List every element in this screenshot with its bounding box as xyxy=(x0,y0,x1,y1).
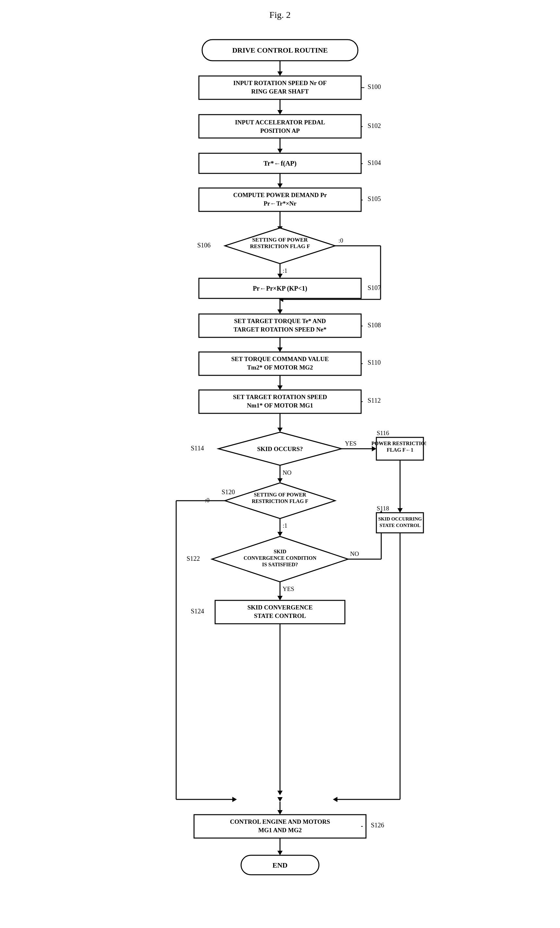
s106-branch1: :1 xyxy=(283,267,288,274)
s122-step: S122 xyxy=(187,555,200,562)
svg-marker-8 xyxy=(277,183,283,188)
s122-yes: YES xyxy=(283,585,294,592)
s105-step: S105 xyxy=(368,195,381,202)
svg-marker-43 xyxy=(333,797,338,802)
s120-step: S120 xyxy=(222,488,235,496)
s100-label-line2: RING GEAR SHAFT xyxy=(251,88,309,95)
svg-marker-25 xyxy=(277,427,283,432)
s110-label-line2: Tm2* OF MOTOR MG2 xyxy=(247,364,313,371)
s112-label-line1: SET TARGET ROTATION SPEED xyxy=(233,394,327,400)
figure-title: Fig. 2 xyxy=(269,10,291,20)
svg-marker-19 xyxy=(277,310,283,314)
s100-step: S100 xyxy=(368,83,381,90)
svg-marker-48 xyxy=(277,797,283,802)
s116-step: S116 xyxy=(377,430,389,437)
svg-marker-35 xyxy=(232,797,237,802)
s106-label-line2: RESTRICTION FLAG F xyxy=(250,243,310,249)
svg-marker-23 xyxy=(277,385,283,390)
s122-no: NO xyxy=(350,550,359,557)
s106-step: S106 xyxy=(197,241,211,249)
s102-step: S102 xyxy=(368,122,381,129)
s124-step: S124 xyxy=(191,607,204,615)
s106-label-line1: SETTING OF POWER xyxy=(252,237,308,243)
s104-label: Tr*←f(AP) xyxy=(263,159,297,167)
end-label: END xyxy=(272,861,288,869)
s105-label-line1: COMPUTE POWER DEMAND Pr xyxy=(233,192,327,198)
svg-marker-6 xyxy=(277,149,283,153)
svg-marker-1 xyxy=(277,72,283,76)
s126-step: S126 xyxy=(371,821,384,829)
s105-label-line2: Pr←Tr*×Nr xyxy=(263,200,297,207)
svg-marker-27 xyxy=(372,446,376,451)
s114-step: S114 xyxy=(191,444,204,452)
s114-label: SKID OCCURS? xyxy=(257,446,303,452)
s107-label: Pr←Pr×KP (KP<1) xyxy=(253,285,307,292)
s122-label-line1: SKID xyxy=(274,549,286,554)
s120-label-line1: SETTING OF POWER xyxy=(254,492,306,498)
svg-marker-50 xyxy=(277,810,283,815)
s112-step: S112 xyxy=(368,397,380,404)
s116-label-line2: FLAG F←1 xyxy=(387,447,413,453)
svg-marker-52 xyxy=(277,851,283,855)
s114-yes: YES xyxy=(345,440,356,447)
s104-step: S104 xyxy=(368,159,381,166)
s112-label-line2: Nm1* OF MOTOR MG1 xyxy=(247,402,313,409)
svg-marker-16 xyxy=(277,274,283,278)
s102-label-line2: POSITION AP xyxy=(260,127,300,134)
s124-label-line1: SKID CONVERGENCE xyxy=(247,604,312,611)
start-label: DRIVE CONTROL ROUTINE xyxy=(232,46,328,54)
s108-label-line2: TARGET ROTATION SPEED Ne* xyxy=(234,326,326,333)
s110-step: S110 xyxy=(368,359,380,366)
s108-label-line1: SET TARGET TORQUE Te* AND xyxy=(234,317,326,324)
s126-label-line1: CONTROL ENGINE AND MOTORS xyxy=(230,818,330,825)
s124-label-line2: STATE CONTROL xyxy=(254,612,306,619)
s100-label-line1: INPUT ROTATION SPEED Nr OF xyxy=(233,79,327,86)
s107-step: S107 xyxy=(368,284,381,291)
s118-step: S118 xyxy=(377,505,389,512)
svg-marker-29 xyxy=(397,508,403,513)
s126-label-line2: MG1 AND MG2 xyxy=(258,827,302,833)
s106-branch0: :0 xyxy=(338,237,343,244)
s118-label-line1: SKID OCCURRING xyxy=(378,516,422,522)
s116-label-line1: POWER RESTRICTION xyxy=(371,441,426,446)
s108-step: S108 xyxy=(368,322,381,328)
s114-no: NO xyxy=(283,469,291,476)
s122-label-line3: IS SATISFIED? xyxy=(262,562,298,567)
svg-marker-47 xyxy=(277,791,283,795)
svg-marker-37 xyxy=(277,532,283,536)
svg-marker-21 xyxy=(277,347,283,352)
s120-branch1: :1 xyxy=(283,522,288,529)
svg-marker-4 xyxy=(277,110,283,114)
svg-marker-31 xyxy=(277,478,283,483)
s102-label-line1: INPUT ACCELERATOR PEDAL xyxy=(235,119,325,126)
svg-marker-45 xyxy=(277,596,283,600)
s118-label-line2: STATE CONTROL xyxy=(380,523,421,528)
s110-label-line1: SET TORQUE COMMAND VALUE xyxy=(231,356,329,362)
flowchart-svg: DRIVE CONTROL ROUTINE INPUT ROTATION SPE… xyxy=(134,30,426,907)
s120-label-line2: RESTRICTION FLAG F xyxy=(252,498,308,504)
s122-label-line2: CONVERGENCE CONDITION xyxy=(243,555,317,561)
s102-node xyxy=(199,114,361,138)
